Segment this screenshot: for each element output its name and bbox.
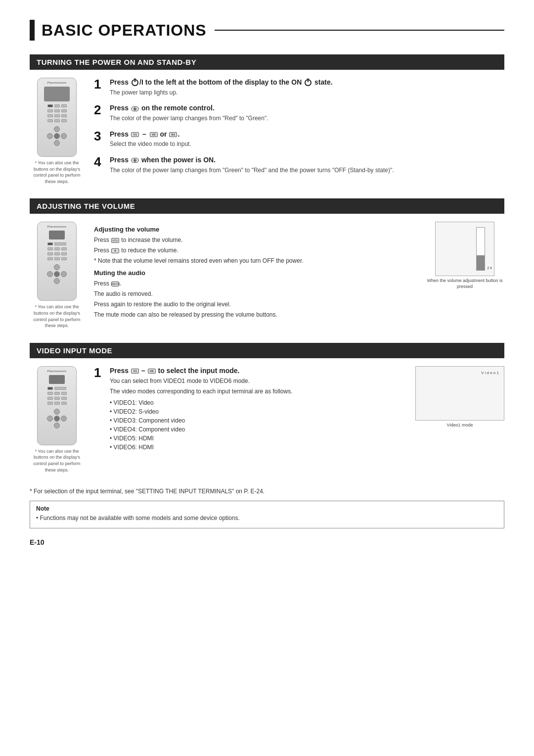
- step-main-3: Press V1 – V6 or R1.: [110, 130, 504, 140]
- remote-btn: [61, 104, 67, 107]
- section-volume-header: ADJUSTING THE VOLUME: [30, 198, 504, 214]
- remote-btn-wide: [54, 242, 66, 245]
- remote-dpad-center: [54, 133, 60, 139]
- note-box: Note • Functions may not be available wi…: [30, 501, 504, 528]
- remote-btn: [54, 402, 60, 405]
- vol-sub-heading-1: Adjusting the volume: [94, 226, 415, 233]
- remote-brand-vol: Plasmavision: [47, 225, 67, 228]
- step-sub-1: The power lamp lights up.: [110, 89, 504, 97]
- vol-text-2: Press ▼ to reduce the volume.: [94, 246, 415, 255]
- remote-dpad-vid: [47, 409, 67, 428]
- section-power-header: TURNING THE POWER ON AND STAND-BY: [30, 54, 504, 70]
- video1-btn-icon: V1: [131, 132, 139, 137]
- remote-btn-row-3: [47, 114, 67, 117]
- note-text: • Functions may not be available with so…: [36, 514, 498, 522]
- vid-step-main: Press V1 – V6 to select the input mode.: [110, 366, 405, 376]
- step-content-1: Press /I to the left at the bottom of th…: [110, 78, 504, 96]
- bullet-item: VIDEO4: Component video: [110, 425, 405, 434]
- step-3: 3 Press V1 – V6 or R1. Select the video …: [94, 130, 504, 148]
- vol-number: 2 4: [487, 266, 492, 270]
- bullet-item: VIDEO3: Component video: [110, 416, 405, 425]
- steps-power: 1 Press /I to the left at the bottom of …: [94, 78, 504, 185]
- remote-box: Plasmavision: [37, 78, 77, 157]
- title-accent: [30, 20, 35, 41]
- note-title: Note: [36, 505, 498, 512]
- step-sub-2: The color of the power lamp changes from…: [110, 114, 504, 123]
- remote-btn: [47, 392, 53, 395]
- vid-footnote: * For selection of the input terminal, s…: [30, 487, 504, 496]
- on-icon: [305, 79, 312, 86]
- step-content-4: Press ⏻ when the power is ON. The color …: [110, 155, 504, 174]
- volume-display: 2 4: [435, 222, 494, 276]
- remote-btn: [47, 114, 53, 117]
- remote-btn: [47, 252, 53, 255]
- vol-text-3: * Note that the volume level remains sto…: [94, 256, 415, 265]
- remote-btn: [54, 119, 60, 122]
- step-content-2: Press ⏻ on the remote control. The color…: [110, 103, 504, 122]
- remote-dpad-right: [61, 133, 67, 139]
- video-content: 1 Press V1 – V6 to select the input mode…: [94, 366, 504, 473]
- step-main-2: Press ⏻ on the remote control.: [110, 103, 504, 113]
- remote-dpad-up: [54, 126, 60, 132]
- section-power: TURNING THE POWER ON AND STAND-BY Plasma…: [30, 54, 504, 185]
- remote-btn: [47, 402, 53, 405]
- bullet-item: VIDEO5: HDMI: [110, 434, 405, 443]
- vid-display-area: V i d e o 1 Video1 mode: [415, 366, 504, 473]
- vol-bar-container: [476, 227, 485, 271]
- remote-btn-wide: [54, 387, 66, 390]
- remote-btn: [47, 247, 53, 250]
- volume-content: Adjusting the volume Press VOL to increa…: [94, 222, 504, 329]
- vid-display: V i d e o 1: [415, 366, 504, 421]
- vid-sub-1: You can select from VIDEO1 mode to VIDEO…: [110, 377, 405, 385]
- remote-screen: [44, 87, 70, 101]
- vid-step-area: 1 Press V1 – V6 to select the input mode…: [94, 366, 405, 473]
- step-num-1: 1: [94, 78, 104, 91]
- vid-sub-2: The video modes corresponding to each in…: [110, 387, 405, 396]
- standby-icon: ⏻: [131, 158, 139, 163]
- vid6-icon: V6: [148, 369, 156, 374]
- remote-btn: [61, 247, 67, 250]
- remote-note-vol: * You can also use the buttons on the di…: [30, 304, 84, 329]
- remote-btn: [47, 387, 53, 390]
- section-video-body: Plasmavision: [30, 366, 504, 473]
- step-sub-3: Select the video mode to input.: [110, 140, 504, 148]
- remote-dpad: [47, 126, 67, 146]
- vol-bar-fill: [477, 255, 485, 270]
- remote-btn: [47, 397, 53, 400]
- page-number: E-10: [30, 538, 504, 546]
- remote-btn: [61, 109, 67, 112]
- remote-screen-vid: [49, 375, 65, 384]
- remote-btn: [54, 252, 60, 255]
- remote-btn: [54, 247, 60, 250]
- vol-down-icon: ▼: [111, 248, 119, 253]
- remote-brand: Plasmavision: [47, 81, 67, 84]
- vol-sub-heading-2: Muting the audio: [94, 269, 415, 277]
- section-video: VIDEO INPUT MODE Plasmavision: [30, 343, 504, 528]
- remote-note-1: * You can also use the buttons on the di…: [30, 160, 84, 185]
- power-icon: [132, 79, 138, 86]
- remote-btn: [54, 392, 60, 395]
- remote-dpad-left: [47, 133, 53, 139]
- step-4: 4 Press ⏻ when the power is ON. The colo…: [94, 155, 504, 174]
- remote-btn: [61, 257, 67, 260]
- vid1-icon: V1: [131, 369, 139, 374]
- bullet-item: VIDEO2: S-video: [110, 407, 405, 416]
- bullet-item: VIDEO6: HDMI: [110, 443, 405, 452]
- remote-btn: [61, 402, 67, 405]
- remote-image-power: Plasmavision: [30, 78, 84, 185]
- remote-image-volume: Plasmavision: [30, 222, 84, 329]
- remote-btn: [47, 242, 53, 245]
- remote-btn: [54, 104, 60, 107]
- vid-step-content: Press V1 – V6 to select the input mode. …: [110, 366, 405, 455]
- step-num-3: 3: [94, 130, 104, 142]
- remote-dpad-vol: [47, 264, 67, 284]
- vol-up-icon: VOL: [111, 238, 119, 243]
- remote-btn: [47, 104, 53, 107]
- vid-bullet-list: VIDEO1: Video VIDEO2: S-video VIDEO3: Co…: [110, 398, 405, 452]
- remote-btn: [54, 109, 60, 112]
- mute-text-4: The mute mode can also be released by pr…: [94, 310, 415, 319]
- mute-icon: MUTE: [111, 282, 119, 286]
- remote-btn: [47, 109, 53, 112]
- remote-btn: [54, 114, 60, 117]
- bullet-item: VIDEO1: Video: [110, 398, 405, 407]
